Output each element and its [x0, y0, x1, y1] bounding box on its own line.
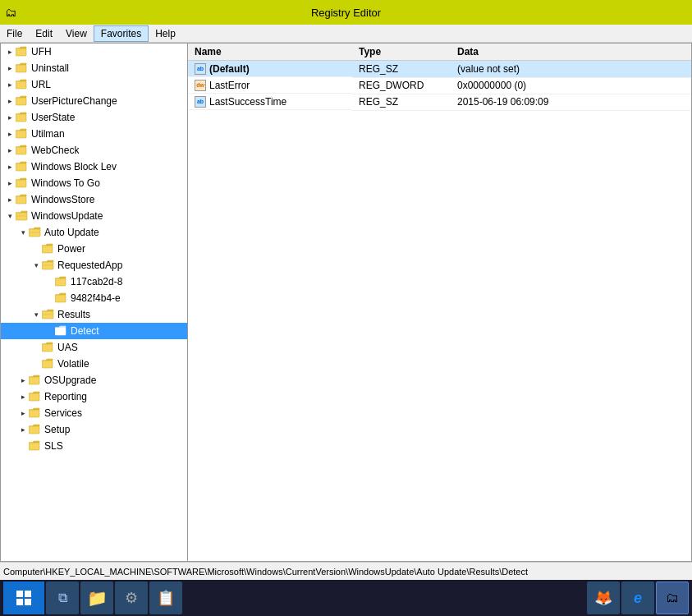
expand-icon[interactable]: ▸ — [4, 62, 16, 74]
expand-icon[interactable]: ▸ — [17, 375, 29, 386]
folder-icon — [16, 210, 29, 222]
tree-label: Results — [57, 309, 90, 320]
folder-icon — [42, 358, 55, 370]
expand-icon[interactable]: ▸ — [4, 194, 16, 205]
tree-item-autoupdate[interactable]: ▾ Auto Update — [1, 224, 187, 241]
tree-item-results[interactable]: ▾ Results — [1, 306, 187, 323]
svg-rect-45 — [29, 377, 39, 384]
tree-label: Detect — [71, 325, 99, 337]
tree-label: Power — [57, 243, 85, 255]
tree-item-sls[interactable]: SLS — [1, 438, 187, 454]
browser-button[interactable]: 🦊 — [587, 582, 620, 614]
table-row[interactable]: dw LastError REG_DWORD 0x00000000 (0) — [188, 77, 691, 94]
tree-item-winblocklev[interactable]: ▸ Windows Block Lev — [1, 159, 187, 175]
ie-button[interactable]: e — [621, 582, 654, 614]
expand-icon[interactable]: ▸ — [17, 407, 29, 419]
menu-help[interactable]: Help — [149, 26, 182, 41]
folder-icon — [16, 194, 29, 205]
svg-rect-17 — [16, 180, 26, 187]
entry-name: LastSuccessTime — [209, 96, 286, 108]
svg-rect-21 — [16, 213, 27, 220]
svg-rect-19 — [16, 196, 26, 204]
svg-marker-42 — [42, 359, 53, 361]
tree-item-windowstogo[interactable]: ▸ Windows To Go — [1, 175, 187, 191]
tree-item-windowsstore[interactable]: ▸ WindowsStore — [1, 191, 187, 208]
menu-favorites[interactable]: Favorites — [94, 25, 149, 42]
tree-item-detect[interactable]: Detect — [1, 323, 187, 339]
tree-item-power[interactable]: Power — [1, 241, 187, 257]
file-explorer-button[interactable]: 📁 — [80, 582, 113, 614]
col-type[interactable]: Type — [352, 44, 451, 61]
tree-label: WindowsUpdate — [31, 210, 103, 222]
tree-panel[interactable]: ▸ UFH▸ Uninstall▸ URL▸ UserPictureChange… — [1, 44, 188, 561]
expand-icon[interactable]: ▾ — [4, 210, 16, 222]
tree-item-ufh[interactable]: ▸ UFH — [1, 44, 187, 60]
tree-item-userpicturechange[interactable]: ▸ UserPictureChange — [1, 93, 187, 109]
folder-icon — [29, 227, 42, 238]
notes-button[interactable]: 📋 — [149, 582, 182, 614]
folder-icon — [42, 260, 55, 271]
tree-item-volatile[interactable]: Volatile — [1, 356, 187, 372]
detail-panel[interactable]: Name Type Data ab (Default) REG_SZ (valu… — [188, 44, 691, 561]
expand-icon[interactable]: ▸ — [4, 145, 16, 156]
svg-rect-34 — [55, 295, 66, 302]
expand-icon[interactable]: ▸ — [4, 161, 16, 172]
regedit-taskbar-button[interactable]: 🗂 — [656, 582, 689, 614]
tree-item-117cab2d[interactable]: 117cab2d-8 — [1, 274, 187, 290]
folder-icon — [55, 276, 68, 287]
expand-icon[interactable]: ▸ — [4, 112, 16, 123]
svg-rect-7 — [16, 98, 26, 105]
folder-icon — [42, 309, 55, 320]
tree-item-windowsupdate[interactable]: ▾ WindowsUpdate — [1, 208, 187, 224]
folder-icon — [16, 95, 29, 107]
tree-label: Uninstall — [31, 62, 69, 74]
tree-item-url[interactable]: ▸ URL — [1, 76, 187, 93]
tree-item-uas[interactable]: UAS — [1, 339, 187, 356]
cell-type: REG_DWORD — [352, 77, 451, 94]
folder-icon — [16, 62, 29, 74]
expand-icon[interactable]: ▾ — [30, 260, 42, 271]
settings-button[interactable]: ⚙ — [115, 582, 148, 614]
svg-rect-54 — [16, 591, 23, 597]
tree-item-utilman[interactable]: ▸ Utilman — [1, 126, 187, 142]
tree-item-osupgrade[interactable]: ▸ OSUpgrade — [1, 372, 187, 388]
expand-icon[interactable]: ▸ — [4, 46, 16, 57]
expand-icon[interactable]: ▸ — [17, 391, 29, 402]
svg-marker-6 — [16, 96, 26, 98]
tree-item-9482f4b4[interactable]: 9482f4b4-e — [1, 290, 187, 306]
menu-view[interactable]: View — [59, 26, 94, 41]
tree-item-uninstall[interactable]: ▸ Uninstall — [1, 60, 187, 76]
svg-marker-52 — [29, 441, 39, 443]
col-name[interactable]: Name — [188, 44, 352, 61]
svg-rect-11 — [16, 131, 26, 138]
expand-icon[interactable]: ▸ — [4, 79, 16, 90]
expand-icon[interactable]: ▸ — [4, 128, 16, 140]
col-data[interactable]: Data — [451, 44, 691, 61]
task-view-button[interactable]: ⧉ — [46, 582, 79, 614]
tree-item-requestedapp[interactable]: ▾ RequestedApp — [1, 257, 187, 274]
svg-rect-3 — [16, 65, 26, 72]
expand-icon[interactable]: ▸ — [4, 95, 16, 107]
tree-item-userstate[interactable]: ▸ UserState — [1, 109, 187, 126]
tree-item-reporting[interactable]: ▸ Reporting — [1, 388, 187, 405]
folder-icon — [16, 46, 29, 57]
expand-icon[interactable]: ▸ — [17, 424, 29, 435]
svg-rect-13 — [16, 147, 26, 154]
table-row[interactable]: ab (Default) REG_SZ (value not set) — [188, 61, 691, 78]
expand-icon[interactable]: ▸ — [4, 177, 16, 189]
start-button[interactable] — [3, 582, 44, 614]
tree-item-services[interactable]: ▸ Services — [1, 405, 187, 421]
menu-file[interactable]: File — [0, 26, 29, 41]
tree-item-setup[interactable]: ▸ Setup — [1, 421, 187, 438]
svg-marker-35 — [42, 310, 53, 311]
expand-icon[interactable]: ▾ — [30, 309, 42, 320]
tree-label: RequestedApp — [57, 260, 122, 271]
entry-name: LastError — [209, 80, 250, 91]
tree-label: UserPictureChange — [31, 95, 117, 107]
tree-item-webcheck[interactable]: ▸ WebCheck — [1, 142, 187, 159]
cell-name: ab LastSuccessTime — [188, 94, 352, 110]
expand-icon[interactable]: ▾ — [17, 227, 29, 238]
menu-edit[interactable]: Edit — [29, 26, 59, 41]
ie-icon: e — [634, 590, 642, 607]
table-row[interactable]: ab LastSuccessTime REG_SZ 2015-06-19 06:… — [188, 94, 691, 110]
